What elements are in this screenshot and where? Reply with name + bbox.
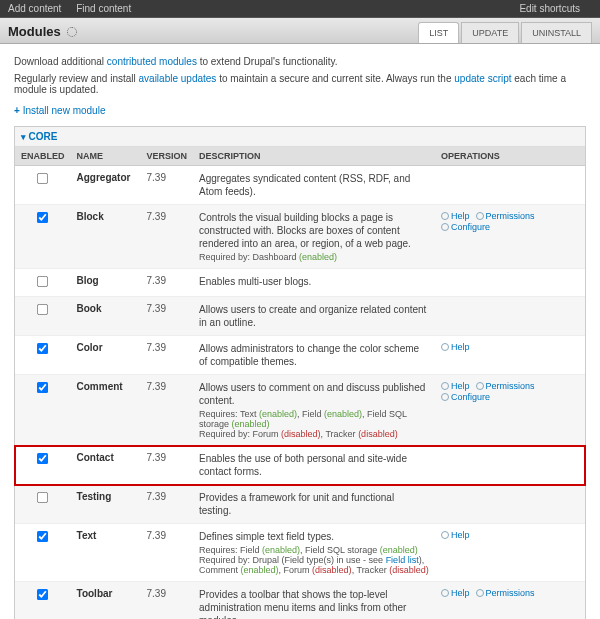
contributed-modules-link[interactable]: contributed modules: [107, 56, 197, 67]
update-script-link[interactable]: update script: [454, 73, 511, 84]
core-fieldset: CORE ENABLED NAME VERSION DESCRIPTION OP…: [14, 126, 586, 619]
enable-checkbox[interactable]: [37, 276, 48, 287]
module-name: Color: [71, 336, 141, 375]
col-description: DESCRIPTION: [193, 147, 435, 166]
page-title: Modules: [8, 24, 77, 43]
table-row: Testing7.39Provides a framework for unit…: [15, 485, 585, 524]
module-description: Aggregates syndicated content (RSS, RDF,…: [193, 166, 435, 205]
install-module-link[interactable]: Install new module: [14, 105, 105, 116]
module-operations: [435, 446, 585, 485]
module-operations: [435, 297, 585, 336]
enable-checkbox[interactable]: [37, 492, 48, 503]
module-version: 7.39: [141, 524, 194, 582]
enable-checkbox[interactable]: [37, 589, 48, 600]
enable-checkbox[interactable]: [37, 343, 48, 354]
module-version: 7.39: [141, 336, 194, 375]
module-name: Comment: [71, 375, 141, 446]
col-name: NAME: [71, 147, 141, 166]
module-description: Enables multi-user blogs.: [193, 269, 435, 297]
gear-icon: [441, 223, 449, 231]
key-icon: [476, 382, 484, 390]
module-description: Allows users to create and organize rela…: [193, 297, 435, 336]
help-link[interactable]: Help: [441, 530, 470, 540]
enable-checkbox[interactable]: [37, 453, 48, 464]
help-link[interactable]: Help: [441, 381, 470, 391]
intro-text-2: Regularly review and install available u…: [14, 73, 586, 95]
module-description: Provides a toolbar that shows the top-le…: [193, 582, 435, 620]
module-operations: [435, 485, 585, 524]
module-description: Defines simple text field types.Requires…: [193, 524, 435, 582]
enable-checkbox[interactable]: [37, 173, 48, 184]
module-name: Contact: [71, 446, 141, 485]
table-row: Block7.39Controls the visual building bl…: [15, 205, 585, 269]
configure-link[interactable]: Configure: [441, 222, 490, 232]
permissions-link[interactable]: Permissions: [476, 381, 535, 391]
tab-update[interactable]: UPDATE: [461, 22, 519, 43]
help-link[interactable]: Help: [441, 342, 470, 352]
module-version: 7.39: [141, 205, 194, 269]
module-operations: [435, 269, 585, 297]
field-list-link[interactable]: Field list: [386, 555, 419, 565]
enable-checkbox[interactable]: [37, 304, 48, 315]
module-operations: [435, 166, 585, 205]
module-description: Allows users to comment on and discuss p…: [193, 375, 435, 446]
table-row: Color7.39Allows administrators to change…: [15, 336, 585, 375]
gear-icon: [441, 393, 449, 401]
module-description: Enables the use of both personal and sit…: [193, 446, 435, 485]
permissions-link[interactable]: Permissions: [476, 588, 535, 598]
module-name: Text: [71, 524, 141, 582]
module-description: Allows administrators to change the colo…: [193, 336, 435, 375]
available-updates-link[interactable]: available updates: [139, 73, 217, 84]
admin-toolbar: Add content Find content Edit shortcuts: [0, 0, 600, 18]
table-row: Aggregator7.39Aggregates syndicated cont…: [15, 166, 585, 205]
intro-text-1: Download additional contributed modules …: [14, 56, 586, 67]
help-icon: [441, 212, 449, 220]
module-version: 7.39: [141, 446, 194, 485]
help-icon: [441, 531, 449, 539]
enable-checkbox[interactable]: [37, 212, 48, 223]
edit-shortcuts-link[interactable]: Edit shortcuts: [519, 3, 580, 14]
enable-checkbox[interactable]: [37, 382, 48, 393]
module-version: 7.39: [141, 269, 194, 297]
find-content-link[interactable]: Find content: [76, 3, 131, 14]
module-operations: HelpPermissionsConfigure: [435, 375, 585, 446]
module-name: Toolbar: [71, 582, 141, 620]
table-row: Text7.39Defines simple text field types.…: [15, 524, 585, 582]
add-content-link[interactable]: Add content: [8, 3, 61, 14]
primary-tabs: LIST UPDATE UNINSTALL: [418, 22, 592, 43]
tab-uninstall[interactable]: UNINSTALL: [521, 22, 592, 43]
col-operations: OPERATIONS: [435, 147, 585, 166]
table-row: Book7.39Allows users to create and organ…: [15, 297, 585, 336]
help-link[interactable]: Help: [441, 211, 470, 221]
module-name: Aggregator: [71, 166, 141, 205]
configure-link[interactable]: Configure: [441, 392, 490, 402]
table-row: Blog7.39Enables multi-user blogs.: [15, 269, 585, 297]
module-operations: Help: [435, 524, 585, 582]
module-version: 7.39: [141, 375, 194, 446]
core-legend[interactable]: CORE: [15, 127, 585, 147]
module-version: 7.39: [141, 297, 194, 336]
col-enabled: ENABLED: [15, 147, 71, 166]
module-version: 7.39: [141, 582, 194, 620]
help-icon: [441, 343, 449, 351]
module-operations: HelpPermissionsConfigure: [435, 205, 585, 269]
help-icon: [441, 589, 449, 597]
main-content: Download additional contributed modules …: [0, 44, 600, 619]
key-icon: [476, 212, 484, 220]
module-description: Provides a framework for unit and functi…: [193, 485, 435, 524]
table-row: Contact7.39Enables the use of both perso…: [15, 446, 585, 485]
col-version: VERSION: [141, 147, 194, 166]
permissions-link[interactable]: Permissions: [476, 211, 535, 221]
module-name: Book: [71, 297, 141, 336]
module-version: 7.39: [141, 485, 194, 524]
module-version: 7.39: [141, 166, 194, 205]
gear-icon[interactable]: [67, 27, 77, 37]
help-icon: [441, 382, 449, 390]
enable-checkbox[interactable]: [37, 531, 48, 542]
module-operations: HelpPermissions: [435, 582, 585, 620]
module-name: Blog: [71, 269, 141, 297]
header: Modules LIST UPDATE UNINSTALL: [0, 18, 600, 44]
tab-list[interactable]: LIST: [418, 22, 459, 43]
help-link[interactable]: Help: [441, 588, 470, 598]
key-icon: [476, 589, 484, 597]
